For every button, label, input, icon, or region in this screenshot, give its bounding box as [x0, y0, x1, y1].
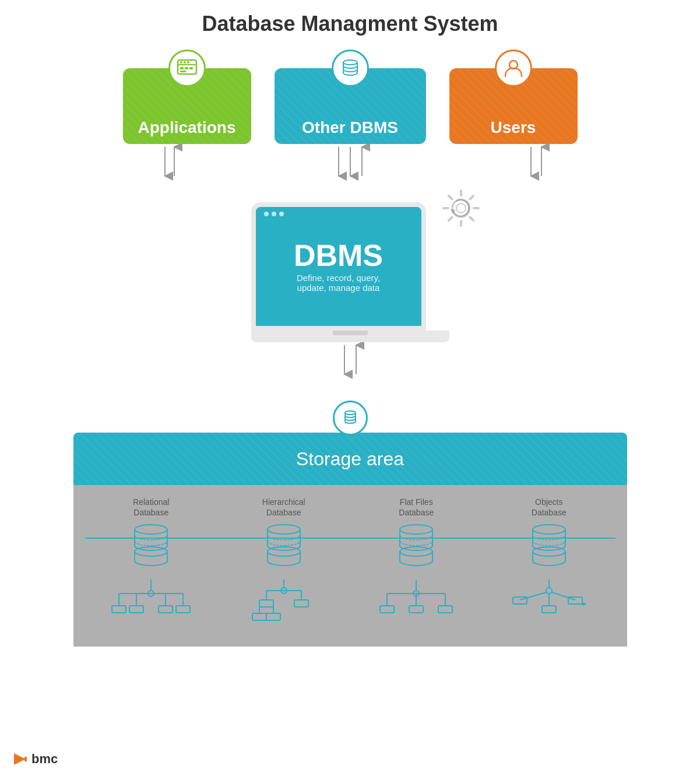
users-icon [495, 50, 532, 87]
storage-db-icon [333, 401, 368, 436]
svg-point-7 [184, 61, 186, 64]
svg-line-30 [448, 217, 452, 221]
objects-network [508, 580, 590, 623]
svg-marker-85 [582, 602, 587, 606]
flat-files-network [375, 580, 457, 623]
svg-point-8 [187, 61, 189, 64]
gear-icon [438, 185, 484, 231]
svg-rect-79 [542, 606, 556, 613]
svg-rect-4 [189, 67, 193, 69]
svg-line-82 [552, 592, 575, 600]
applications-box: Applications [123, 68, 251, 144]
svg-rect-2 [180, 67, 184, 69]
laptop-dot-1 [264, 212, 269, 216]
relational-network [110, 580, 192, 623]
bmc-text: bmc [31, 752, 58, 767]
svg-rect-3 [185, 67, 188, 69]
db-column-relational: RelationalDatabase [96, 497, 206, 623]
svg-point-51 [268, 547, 300, 556]
svg-line-27 [448, 196, 452, 199]
dbms-subtitle: Define, record, query,update, manage dat… [297, 273, 380, 293]
svg-point-9 [343, 60, 357, 65]
bmc-logo: bmc [12, 751, 58, 767]
db-column-hierarchical: HierarchicalDatabase [228, 497, 339, 623]
svg-point-77 [546, 588, 552, 594]
laptop-base [251, 331, 449, 342]
horizontal-line [85, 538, 615, 539]
svg-rect-47 [159, 606, 173, 613]
laptop-dots [264, 212, 284, 216]
svg-rect-56 [259, 600, 273, 607]
applications-label: Applications [138, 118, 235, 137]
users-box: Users [449, 68, 578, 144]
arrows-top [88, 144, 613, 202]
svg-point-64 [400, 547, 432, 556]
hierarchical-label: HierarchicalDatabase [262, 497, 305, 518]
arrows-middle [292, 342, 409, 389]
laptop-screen: DBMS Define, record, query,update, manag… [251, 202, 426, 331]
relational-cylinder [128, 522, 174, 575]
storage-section: Storage area RelationalDatabase [73, 401, 627, 647]
footer: bmc [12, 751, 58, 767]
databases-row: RelationalDatabase [73, 485, 627, 647]
other-dbms-label: Other DBMS [302, 118, 398, 137]
svg-rect-73 [438, 606, 452, 613]
relational-label: RelationalDatabase [133, 497, 169, 518]
svg-point-75 [533, 547, 565, 556]
top-row: Applications Other DBMS [123, 68, 578, 144]
hierarchical-network [246, 580, 322, 623]
svg-line-28 [470, 217, 473, 221]
svg-rect-5 [180, 71, 186, 72]
svg-point-37 [135, 525, 167, 534]
db-column-flat-files: Flat FilesDatabase [361, 497, 472, 623]
svg-rect-58 [294, 600, 308, 607]
other-dbms-icon [332, 50, 369, 87]
hierarchical-cylinder [261, 522, 307, 575]
svg-rect-69 [380, 606, 394, 613]
svg-point-36 [345, 411, 356, 415]
users-label: Users [491, 118, 536, 137]
svg-line-80 [520, 592, 546, 600]
svg-point-74 [533, 525, 565, 534]
svg-point-38 [135, 547, 167, 556]
laptop-dot-3 [279, 212, 284, 216]
svg-marker-86 [14, 753, 26, 765]
objects-label: ObjectsDatabase [532, 497, 567, 518]
svg-rect-49 [176, 606, 190, 613]
svg-rect-43 [112, 606, 126, 613]
dbms-main-title: DBMS [294, 240, 383, 271]
svg-point-50 [268, 525, 300, 534]
computer-section: DBMS Define, record, query,update, manag… [251, 202, 449, 342]
svg-rect-87 [24, 757, 27, 761]
db-column-objects: ObjectsDatabase [494, 497, 604, 623]
svg-line-29 [470, 196, 473, 199]
flat-files-cylinder [393, 522, 439, 575]
diagram-container: Database Managment System [0, 0, 700, 776]
svg-point-22 [456, 203, 466, 213]
laptop-dot-2 [272, 212, 276, 216]
svg-rect-62 [266, 613, 280, 620]
storage-box: Storage area [73, 433, 627, 485]
svg-point-6 [180, 61, 182, 64]
svg-rect-71 [409, 606, 423, 613]
computer-wrapper: DBMS Define, record, query,update, manag… [251, 202, 449, 342]
svg-rect-45 [129, 606, 143, 613]
other-dbms-box: Other DBMS [275, 68, 426, 144]
svg-point-63 [400, 525, 432, 534]
storage-label: Storage area [296, 448, 404, 470]
applications-icon [168, 50, 206, 87]
main-title: Database Managment System [202, 12, 498, 36]
svg-rect-60 [252, 613, 266, 620]
bmc-icon [12, 751, 28, 767]
flat-files-label: Flat FilesDatabase [399, 497, 434, 518]
objects-cylinder [526, 522, 572, 575]
